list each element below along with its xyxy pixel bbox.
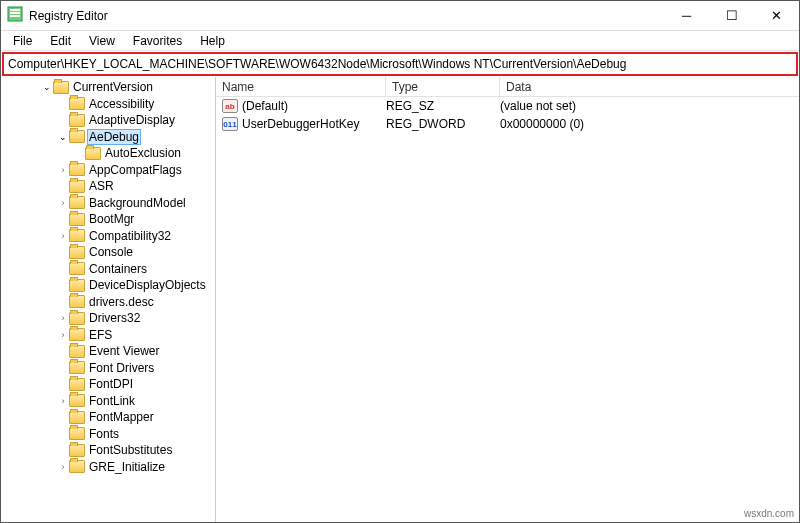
values-pane: Name Type Data ab(Default)REG_SZ(value n… <box>216 77 799 522</box>
column-name[interactable]: Name <box>216 77 386 96</box>
folder-icon <box>69 427 85 440</box>
tree-item[interactable]: ›AppCompatFlags <box>1 162 215 179</box>
tree-item[interactable]: BootMgr <box>1 211 215 228</box>
chevron-right-icon[interactable]: › <box>57 198 69 208</box>
tree-item-label: Compatibility32 <box>87 229 173 243</box>
tree-item-label: FontLink <box>87 394 137 408</box>
main-area: ⌄CurrentVersionAccessibilityAdaptiveDisp… <box>1 77 799 522</box>
column-data[interactable]: Data <box>500 77 799 96</box>
tree-item-label: Fonts <box>87 427 121 441</box>
folder-icon <box>53 81 69 94</box>
tree-item[interactable]: ›Drivers32 <box>1 310 215 327</box>
window-title: Registry Editor <box>29 9 108 23</box>
folder-icon <box>69 378 85 391</box>
svg-rect-1 <box>10 9 20 11</box>
tree-item-label: FontMapper <box>87 410 156 424</box>
folder-icon <box>69 262 85 275</box>
tree-item[interactable]: FontSubstitutes <box>1 442 215 459</box>
tree-item-label: Event Viewer <box>87 344 161 358</box>
tree-item-label: BackgroundModel <box>87 196 188 210</box>
folder-icon <box>69 97 85 110</box>
folder-icon <box>69 114 85 127</box>
tree-item-label: drivers.desc <box>87 295 156 309</box>
app-icon <box>7 6 23 25</box>
value-list[interactable]: ab(Default)REG_SZ(value not set)011UserD… <box>216 97 799 522</box>
watermark: wsxdn.com <box>744 508 794 519</box>
menu-file[interactable]: File <box>5 32 40 50</box>
tree-item[interactable]: AdaptiveDisplay <box>1 112 215 129</box>
registry-editor-window: Registry Editor ─ ☐ ✕ File Edit View Fav… <box>0 0 800 523</box>
menu-edit[interactable]: Edit <box>42 32 79 50</box>
tree-item[interactable]: ASR <box>1 178 215 195</box>
tree-item[interactable]: ›GRE_Initialize <box>1 459 215 476</box>
folder-icon <box>69 130 85 143</box>
tree-item-label: Drivers32 <box>87 311 142 325</box>
tree-item-label: AdaptiveDisplay <box>87 113 177 127</box>
value-data: (value not set) <box>500 99 799 113</box>
value-row[interactable]: ab(Default)REG_SZ(value not set) <box>216 97 799 115</box>
value-type: REG_SZ <box>386 99 500 113</box>
tree-item[interactable]: Console <box>1 244 215 261</box>
svg-rect-2 <box>10 12 20 14</box>
value-type: REG_DWORD <box>386 117 500 131</box>
tree-item-label: BootMgr <box>87 212 136 226</box>
tree-item[interactable]: FontDPI <box>1 376 215 393</box>
tree-item[interactable]: ›Compatibility32 <box>1 228 215 245</box>
tree-item[interactable]: DeviceDisplayObjects <box>1 277 215 294</box>
folder-icon <box>69 246 85 259</box>
tree-item-label: EFS <box>87 328 114 342</box>
folder-icon <box>69 213 85 226</box>
folder-icon <box>69 444 85 457</box>
value-row[interactable]: 011UserDebuggerHotKeyREG_DWORD0x00000000… <box>216 115 799 133</box>
column-headers[interactable]: Name Type Data <box>216 77 799 97</box>
chevron-right-icon[interactable]: › <box>57 313 69 323</box>
dword-value-icon: 011 <box>222 117 238 131</box>
chevron-right-icon[interactable]: › <box>57 231 69 241</box>
folder-icon <box>69 460 85 473</box>
close-button[interactable]: ✕ <box>754 1 799 31</box>
folder-icon <box>69 312 85 325</box>
titlebar[interactable]: Registry Editor ─ ☐ ✕ <box>1 1 799 31</box>
tree-item[interactable]: ›FontLink <box>1 393 215 410</box>
menu-view[interactable]: View <box>81 32 123 50</box>
chevron-down-icon[interactable]: ⌄ <box>41 82 53 92</box>
value-data: 0x00000000 (0) <box>500 117 799 131</box>
chevron-right-icon[interactable]: › <box>57 165 69 175</box>
tree-item[interactable]: drivers.desc <box>1 294 215 311</box>
tree-item-label: FontSubstitutes <box>87 443 174 457</box>
chevron-right-icon[interactable]: › <box>57 396 69 406</box>
tree-item[interactable]: ›BackgroundModel <box>1 195 215 212</box>
tree-item[interactable]: FontMapper <box>1 409 215 426</box>
tree-item-label: Font Drivers <box>87 361 156 375</box>
minimize-button[interactable]: ─ <box>664 1 709 31</box>
folder-icon <box>69 229 85 242</box>
tree-pane[interactable]: ⌄CurrentVersionAccessibilityAdaptiveDisp… <box>1 77 216 522</box>
maximize-button[interactable]: ☐ <box>709 1 754 31</box>
chevron-down-icon[interactable]: ⌄ <box>57 132 69 142</box>
string-value-icon: ab <box>222 99 238 113</box>
menu-help[interactable]: Help <box>192 32 233 50</box>
folder-icon <box>69 345 85 358</box>
tree-item-label: GRE_Initialize <box>87 460 167 474</box>
folder-icon <box>69 180 85 193</box>
tree-item[interactable]: ⌄CurrentVersion <box>1 79 215 96</box>
tree-item[interactable]: Containers <box>1 261 215 278</box>
address-bar[interactable] <box>4 55 796 73</box>
menu-favorites[interactable]: Favorites <box>125 32 190 50</box>
tree-item-label: FontDPI <box>87 377 135 391</box>
chevron-right-icon[interactable]: › <box>57 330 69 340</box>
tree-item[interactable]: Fonts <box>1 426 215 443</box>
tree-item-label: AppCompatFlags <box>87 163 184 177</box>
folder-icon <box>69 295 85 308</box>
column-type[interactable]: Type <box>386 77 500 96</box>
folder-icon <box>69 411 85 424</box>
tree-item[interactable]: ›EFS <box>1 327 215 344</box>
tree-item[interactable]: Accessibility <box>1 96 215 113</box>
tree-item[interactable]: ⌄AeDebug <box>1 129 215 146</box>
tree-item-label: ASR <box>87 179 116 193</box>
chevron-right-icon[interactable]: › <box>57 462 69 472</box>
tree-item[interactable]: AutoExclusion <box>1 145 215 162</box>
tree-item[interactable]: Font Drivers <box>1 360 215 377</box>
tree-item[interactable]: Event Viewer <box>1 343 215 360</box>
menubar: File Edit View Favorites Help <box>1 31 799 51</box>
